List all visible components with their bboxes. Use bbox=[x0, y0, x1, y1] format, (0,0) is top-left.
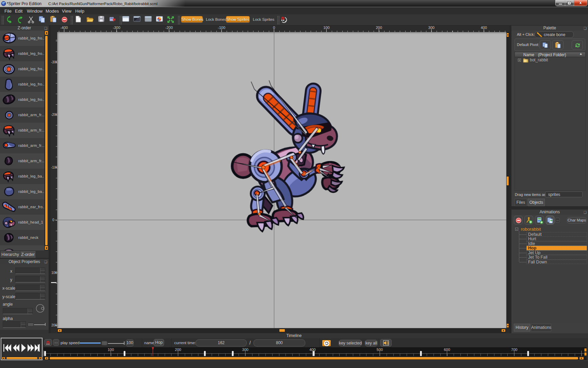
svg-text:-200: -200 bbox=[165, 26, 173, 30]
svg-text:-100: -100 bbox=[218, 26, 225, 30]
svg-text:200: 200 bbox=[376, 26, 382, 30]
svg-text:400: 400 bbox=[481, 26, 487, 30]
svg-text:200: 200 bbox=[51, 323, 57, 327]
svg-text:300: 300 bbox=[242, 348, 248, 352]
svg-text:-300: -300 bbox=[113, 26, 120, 30]
svg-text:100: 100 bbox=[51, 271, 57, 275]
svg-text:200: 200 bbox=[175, 348, 181, 352]
svg-text:400: 400 bbox=[309, 348, 315, 352]
svg-text:-400: -400 bbox=[60, 26, 68, 30]
svg-text:0: 0 bbox=[52, 218, 54, 222]
svg-text:100: 100 bbox=[323, 26, 329, 30]
svg-text:600: 600 bbox=[444, 348, 450, 352]
svg-text:300: 300 bbox=[428, 26, 435, 30]
svg-text:100: 100 bbox=[108, 348, 114, 352]
svg-text:500: 500 bbox=[377, 348, 383, 352]
svg-text:0: 0 bbox=[273, 26, 275, 30]
svg-text:700: 700 bbox=[511, 348, 517, 352]
